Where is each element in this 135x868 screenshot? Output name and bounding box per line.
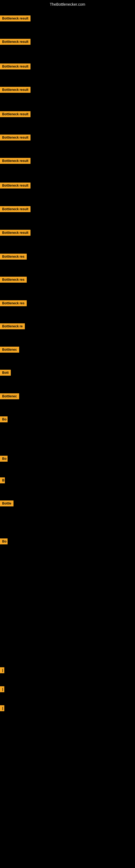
- bottleneck-badge-5: Bottleneck result: [0, 111, 31, 117]
- bottleneck-badge-11: Bottleneck res: [0, 254, 27, 259]
- bottleneck-badge-13: Bottleneck res: [0, 300, 27, 306]
- bottleneck-badge-16: Bott: [0, 370, 11, 376]
- bottleneck-badge-18: Bo: [0, 416, 8, 422]
- bottleneck-badge-24: |: [0, 686, 4, 692]
- bottleneck-badge-3: Bottleneck result: [0, 63, 31, 69]
- bottleneck-badge-22: Bo: [0, 538, 8, 545]
- bottleneck-badge-15: Bottlenec: [0, 347, 19, 352]
- bottleneck-badge-19: Bo: [0, 456, 8, 462]
- bottleneck-badge-14: Bottleneck re: [0, 323, 25, 329]
- page-wrapper: TheBottlenecker.com Bottleneck resultBot…: [0, 0, 135, 868]
- bottleneck-badge-7: Bottleneck result: [0, 158, 31, 164]
- bottleneck-badge-2: Bottleneck result: [0, 39, 31, 45]
- bottleneck-badge-8: Bottleneck result: [0, 183, 31, 188]
- bottleneck-badge-23: |: [0, 667, 4, 673]
- bottleneck-badge-17: Bottlenec: [0, 393, 19, 399]
- bottleneck-badge-1: Bottleneck result: [0, 16, 31, 22]
- bottleneck-badge-25: |: [0, 705, 4, 711]
- bottleneck-badge-21: Bottle: [0, 500, 13, 506]
- bottleneck-badge-12: Bottleneck res: [0, 277, 27, 283]
- bottleneck-badge-6: Bottleneck result: [0, 134, 31, 141]
- bottleneck-badge-4: Bottleneck result: [0, 87, 31, 93]
- bottleneck-badge-9: Bottleneck result: [0, 206, 31, 212]
- bottleneck-badge-20: B: [0, 477, 5, 484]
- bottleneck-badge-10: Bottleneck result: [0, 230, 31, 236]
- site-title: TheBottlenecker.com: [0, 0, 135, 9]
